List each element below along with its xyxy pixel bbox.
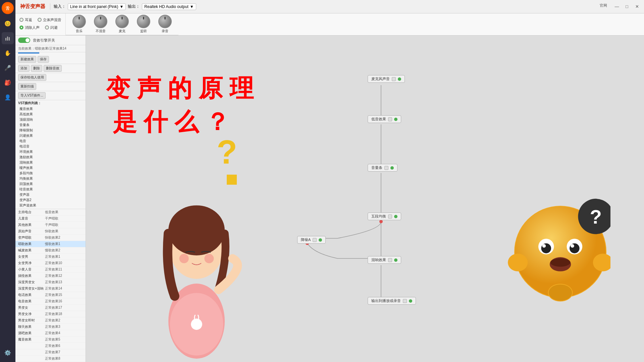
vst-item[interactable]: 均衡效果 [18,176,83,181]
node-green-dot-2 [394,118,397,121]
rescan-button[interactable]: 重新扫描 [18,83,36,90]
radio-flash-avoid[interactable]: 闪避 [45,25,58,30]
vst-item[interactable]: 高低效果 [18,112,83,117]
vst-item[interactable]: 回荡效果 [18,181,83,187]
vst-item[interactable]: 音量条 [18,122,83,128]
effect-item[interactable]: 喊麦效果慢歌效果2 [15,247,86,254]
effect-item[interactable]: 男变女正常效果17 [15,305,86,311]
node-denoise[interactable]: 降噪A [297,236,326,244]
node-volume[interactable]: 音量条 [368,164,397,172]
effect-item[interactable]: 深度男变女+混响正常效果14 [15,286,86,292]
node-eq5[interactable]: 五段均衡 [368,213,401,220]
import-vst-button[interactable]: 导入VST插件... [18,92,46,99]
knob-录音[interactable] [158,15,172,28]
save-button[interactable]: 保存 [38,56,49,63]
radio-circle-3 [19,25,23,29]
anime-character [150,168,244,362]
svg-rect-2 [5,38,6,41]
effect-item[interactable]: 正常效果8 [15,356,86,362]
output-label: 输出： [128,4,140,9]
minimize-button[interactable]: — [613,3,621,10]
effect-item[interactable]: 其他效果干声唱歌 [15,222,86,228]
node-eq5-label: 五段均衡 [371,214,386,219]
sidebar-icon-equalizer[interactable] [2,32,14,44]
effect-item[interactable]: 酒吧效果正常效果4 [15,330,86,337]
knob-item-不混音: 不混音 [94,15,107,34]
node-low-effect[interactable]: 低音效果 [368,115,401,123]
node-output[interactable]: 输出到播放或录音 [368,297,416,305]
vst-item[interactable]: 混响效果 [18,160,83,165]
save-for-others-button[interactable]: 保存给他人使用 [18,74,46,81]
content-body: 音效引擎开关 当前效果：唱歌效果/正常效果14 新建效果 保存 添加 删除 删除… [15,36,644,362]
vst-item[interactable]: 激励效果 [18,155,83,160]
toggle-row: 音效引擎开关 [15,36,86,45]
app-logo[interactable]: 舌 [2,2,14,14]
input-label: 输入： [54,4,66,9]
vst-item[interactable]: 魔音效果 [18,106,83,112]
sidebar-icon-settings[interactable]: ⚙️ [2,347,14,359]
sidebar-icon-user[interactable]: 👤 [2,91,14,103]
vst-item[interactable]: 多段均衡 [18,171,83,176]
effect-item[interactable]: 男变女净正常效果18 [15,311,86,317]
app-title: 神舌变声器 [15,3,50,10]
effect-item[interactable]: 女变男正常效果1 [15,254,86,260]
knob-音乐[interactable] [72,15,86,28]
effect-item[interactable]: 主持电台低音效果 [15,209,86,216]
vst-item[interactable]: 顶级混响 [18,117,83,122]
effect-item[interactable]: 正常效果7 [15,349,86,356]
dropdown-arrow-icon: ▼ [119,4,123,9]
window-controls: 官网 — □ ✕ [600,3,641,10]
vst-item[interactable]: 变声器 [18,192,83,197]
close-button[interactable]: ✕ [633,3,641,10]
radio-stereo-mix[interactable]: 立体声混音 [38,17,61,22]
vst-item[interactable]: 电音 [18,138,83,144]
radio-ear-return[interactable]: 耳返 [19,17,32,22]
radio-noise-cancel[interactable]: 消除人声 [19,25,40,30]
add-button[interactable]: 添加 [18,65,30,72]
effect-item[interactable]: 原始声音快歌效果 [15,228,86,235]
vst-item[interactable]: 闪避效果 [18,133,83,138]
sidebar-icon-mic[interactable]: 🎤 [2,62,14,74]
effect-item[interactable]: 变声唱歌快歌效果2 [15,235,86,241]
effect-item[interactable]: 深度男变女正常效果13 [15,279,86,286]
knob-监听[interactable] [137,15,150,28]
effect-item[interactable]: 搞怪效果正常效果12 [15,273,86,279]
node-denoise-label: 降噪A [301,237,311,242]
vst-item[interactable]: 电话音 [18,144,83,149]
vst-item[interactable]: 环境效果 [18,149,83,155]
sidebar-icon-face[interactable]: 😊 [2,17,14,29]
effect-item[interactable]: 唱歌效果慢歌效果1 [15,241,86,247]
remove-effect-button[interactable]: 删除音效 [44,65,62,72]
radio-groups: 耳返 立体声混音 消除人声 闪避 [15,13,66,35]
maximize-button[interactable]: □ [623,3,631,10]
effect-item[interactable]: 儿童音干声唱歌 [15,216,86,222]
sidebar-icon-hand[interactable]: ✋ [2,47,14,59]
effect-item[interactable]: 小黄人音正常效果11 [15,266,86,273]
vst-item[interactable]: 变声器2 [18,197,83,203]
input-selector[interactable]: Line in at front panel (Pink) ▼ [68,3,126,10]
knob-麦克[interactable] [115,15,129,28]
effect-item[interactable]: 电音效果正常效果16 [15,298,86,305]
effect-item[interactable]: 电话效果正常效果15 [15,292,86,298]
effect-item[interactable]: 魔音效果正常效果5 [15,337,86,343]
vst-item[interactable]: 双声道效果 [18,203,83,208]
effect-item[interactable]: 正常效果6 [15,343,86,349]
output-selector[interactable]: Realtek HD Audio output ▼ [142,3,196,10]
sidebar-icon-bag[interactable]: 🎒 [2,76,14,88]
svg-text:?: ? [590,206,602,228]
effect-item[interactable]: 聊天效果正常效果3 [15,324,86,330]
effect-item[interactable]: 女变男净正常效果10 [15,260,86,266]
effect-item[interactable]: 男变女即时正常效果2 [15,317,86,324]
knob-label-音乐: 音乐 [76,29,83,34]
knob-不混音[interactable] [94,15,107,28]
progress-bar [18,52,39,54]
vst-item[interactable]: 降噪限制 [18,128,83,133]
effect-engine-toggle[interactable] [18,38,30,43]
svg-point-17 [204,254,214,263]
vst-item[interactable]: 哇音效果 [18,187,83,192]
delete-button[interactable]: 删除 [31,65,42,72]
node-reverb[interactable]: 混响效果 [368,256,401,264]
new-effect-button[interactable]: 新建效果 [18,56,36,63]
vst-item[interactable]: 哑声效果 [18,165,83,171]
node-mic[interactable]: 麦克风声音 [368,75,405,83]
